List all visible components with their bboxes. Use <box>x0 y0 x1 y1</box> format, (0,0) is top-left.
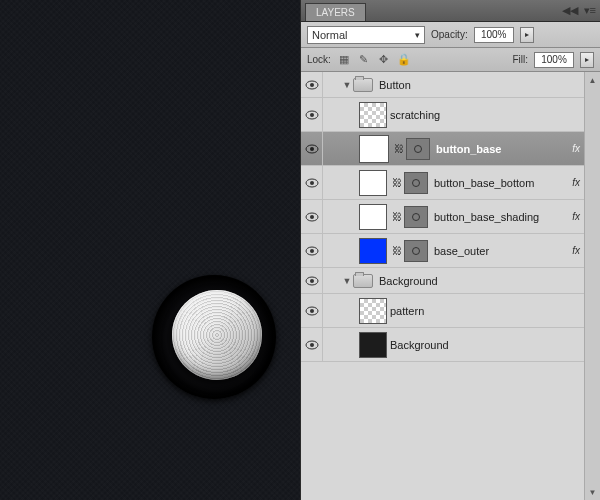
layer-mask-thumbnail[interactable] <box>404 240 428 262</box>
layer-name[interactable]: button_base <box>436 143 572 155</box>
scroll-down-icon[interactable]: ▼ <box>585 484 600 500</box>
disclosure-triangle-icon[interactable]: ▼ <box>341 276 353 286</box>
visibility-toggle[interactable] <box>301 200 323 233</box>
opacity-popup-icon[interactable]: ▸ <box>520 27 534 43</box>
layer-mask-thumbnail[interactable] <box>404 206 428 228</box>
lock-fill-row: Lock: ▦ ✎ ✥ 🔒 Fill: 100% ▸ <box>301 48 600 72</box>
blend-opacity-row: Normal Opacity: 100% ▸ <box>301 22 600 48</box>
layer-row[interactable]: ⛓ button_base_bottom fx ▾ <box>301 166 600 200</box>
svg-point-7 <box>310 181 314 185</box>
layer-row[interactable]: ⛓ base_outer fx ▾ <box>301 234 600 268</box>
opacity-label: Opacity: <box>431 29 468 40</box>
layer-name[interactable]: button_base_shading <box>434 211 572 223</box>
layers-list: ▼ Button scratching ⛓ button_base fx ▾ ⛓ <box>301 72 600 500</box>
fill-label: Fill: <box>512 54 528 65</box>
tab-layers[interactable]: LAYERS <box>305 3 366 21</box>
layer-row[interactable]: pattern <box>301 294 600 328</box>
fx-badge[interactable]: fx <box>572 245 580 256</box>
group-name[interactable]: Background <box>379 275 596 287</box>
layer-name[interactable]: scratching <box>390 109 596 121</box>
layers-panel: LAYERS ◀◀ ▾≡ Normal Opacity: 100% ▸ Lock… <box>300 0 600 500</box>
svg-point-3 <box>310 113 314 117</box>
svg-point-5 <box>310 147 314 151</box>
svg-point-1 <box>310 83 314 87</box>
svg-point-15 <box>310 309 314 313</box>
layer-thumbnail[interactable] <box>359 135 389 163</box>
layer-thumbnail[interactable] <box>359 298 387 324</box>
link-icon[interactable]: ⛓ <box>392 177 402 188</box>
visibility-toggle[interactable] <box>301 166 323 199</box>
layer-row[interactable]: ⛓ button_base_shading fx ▾ <box>301 200 600 234</box>
visibility-toggle[interactable] <box>301 132 323 165</box>
scrollbar[interactable]: ▲ ▼ <box>584 72 600 500</box>
layer-row[interactable]: Background <box>301 328 600 362</box>
panel-menu-icon[interactable]: ▾≡ <box>584 4 596 17</box>
svg-point-11 <box>310 249 314 253</box>
folder-icon <box>353 274 373 288</box>
visibility-toggle[interactable] <box>301 98 323 131</box>
layer-row-selected[interactable]: ⛓ button_base fx ▾ <box>301 132 600 166</box>
fx-badge[interactable]: fx <box>572 143 580 154</box>
visibility-toggle[interactable] <box>301 72 323 97</box>
group-row-background[interactable]: ▼ Background <box>301 268 600 294</box>
fill-input[interactable]: 100% <box>534 52 574 68</box>
lock-all-icon[interactable]: 🔒 <box>397 53 411 67</box>
group-row-button[interactable]: ▼ Button <box>301 72 600 98</box>
knob-button <box>172 290 262 380</box>
canvas-preview <box>0 0 300 500</box>
layer-name[interactable]: base_outer <box>434 245 572 257</box>
link-icon[interactable]: ⛓ <box>392 211 402 222</box>
panel-collapse-icon[interactable]: ◀◀ <box>562 4 578 17</box>
scroll-up-icon[interactable]: ▲ <box>585 72 600 88</box>
layer-mask-thumbnail[interactable] <box>406 138 430 160</box>
opacity-input[interactable]: 100% <box>474 27 514 43</box>
layer-name[interactable]: Background <box>390 339 596 351</box>
panel-tabbar: LAYERS ◀◀ ▾≡ <box>301 0 600 22</box>
visibility-toggle[interactable] <box>301 328 323 361</box>
layer-thumbnail[interactable] <box>359 102 387 128</box>
svg-point-13 <box>310 279 314 283</box>
fill-popup-icon[interactable]: ▸ <box>580 52 594 68</box>
lock-transparency-icon[interactable]: ▦ <box>337 53 351 67</box>
svg-point-17 <box>310 343 314 347</box>
layer-row[interactable]: scratching <box>301 98 600 132</box>
layer-thumbnail[interactable] <box>359 238 387 264</box>
visibility-toggle[interactable] <box>301 268 323 293</box>
disclosure-triangle-icon[interactable]: ▼ <box>341 80 353 90</box>
svg-point-9 <box>310 215 314 219</box>
lock-image-icon[interactable]: ✎ <box>357 53 371 67</box>
lock-position-icon[interactable]: ✥ <box>377 53 391 67</box>
layer-thumbnail[interactable] <box>359 204 387 230</box>
layer-thumbnail[interactable] <box>359 332 387 358</box>
visibility-toggle[interactable] <box>301 234 323 267</box>
folder-icon <box>353 78 373 92</box>
group-name[interactable]: Button <box>379 79 596 91</box>
layer-name[interactable]: pattern <box>390 305 596 317</box>
lock-label: Lock: <box>307 54 331 65</box>
visibility-toggle[interactable] <box>301 294 323 327</box>
blend-mode-select[interactable]: Normal <box>307 26 425 44</box>
layer-name[interactable]: button_base_bottom <box>434 177 572 189</box>
layer-thumbnail[interactable] <box>359 170 387 196</box>
link-icon[interactable]: ⛓ <box>392 245 402 256</box>
link-icon[interactable]: ⛓ <box>394 143 404 154</box>
fx-badge[interactable]: fx <box>572 177 580 188</box>
fx-badge[interactable]: fx <box>572 211 580 222</box>
layer-mask-thumbnail[interactable] <box>404 172 428 194</box>
